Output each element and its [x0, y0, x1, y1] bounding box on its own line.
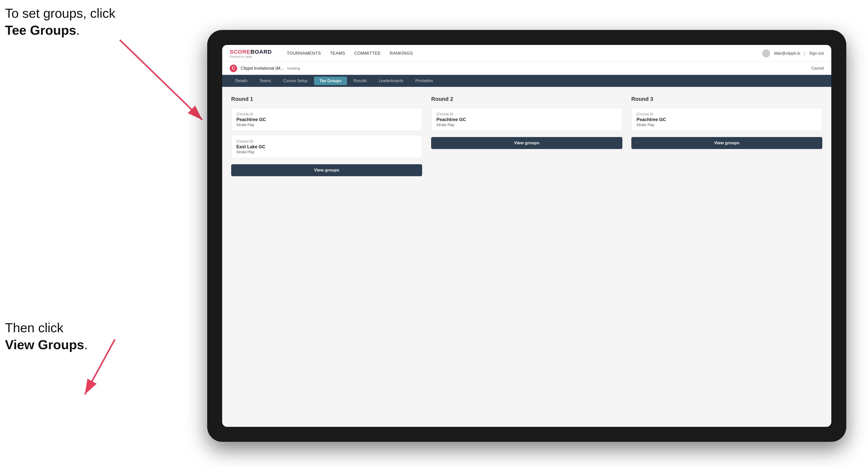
round-3-view-groups-button[interactable]: View groups — [631, 137, 822, 149]
round-1-view-groups-button[interactable]: View groups — [231, 164, 422, 176]
top-nav: SCOREBOARD Powered by clippit TOURNAMENT… — [222, 45, 831, 62]
tab-teams[interactable]: Teams — [254, 76, 277, 85]
instruction-bottom-line1: Then click — [5, 320, 63, 335]
instruction-top-period: . — [76, 23, 80, 37]
round-3-course-a-format: Stroke Play — [637, 123, 817, 127]
user-email: blair@clippit.io — [774, 51, 800, 56]
cancel-button[interactable]: Cancel — [811, 66, 824, 71]
tab-results[interactable]: Results — [348, 76, 372, 85]
user-avatar — [762, 50, 770, 57]
logo-area: SCOREBOARD Powered by clippit — [230, 49, 272, 58]
tournament-logo: C — [230, 65, 237, 72]
logo-text: SCOREBOARD — [230, 49, 272, 55]
tab-course-setup[interactable]: Course Setup — [278, 76, 313, 85]
logo-board: BOARD — [250, 49, 272, 55]
instruction-bottom-line2: View Groups — [5, 338, 84, 352]
round-1-course-a-card: (Course A) Peachtree GC Stroke Play — [231, 108, 422, 131]
rounds-grid: Round 1 (Course A) Peachtree GC Stroke P… — [231, 96, 822, 176]
nav-committee[interactable]: COMMITTEE — [354, 50, 381, 57]
tab-printables[interactable]: Printables — [410, 76, 439, 85]
round-1-column: Round 1 (Course A) Peachtree GC Stroke P… — [231, 96, 422, 176]
main-content: Round 1 (Course A) Peachtree GC Stroke P… — [222, 87, 831, 427]
round-3-column: Round 3 (Course A) Peachtree GC Stroke P… — [631, 96, 822, 176]
logo-sub: Powered by clippit — [230, 55, 272, 58]
sign-out-link[interactable]: Sign out — [809, 51, 824, 56]
tablet-screen: SCOREBOARD Powered by clippit TOURNAMENT… — [222, 45, 831, 427]
round-1-course-a-name: Peachtree GC — [237, 117, 417, 122]
instruction-top: To set groups, click Tee Groups. — [5, 5, 115, 39]
round-1-course-a-format: Stroke Play — [237, 123, 417, 127]
round-2-course-a-card: (Course A) Peachtree GC Stroke Play — [431, 108, 622, 131]
round-1-course-b-format: Stroke Play — [237, 150, 417, 154]
svg-line-3 — [85, 339, 115, 394]
round-1-course-b-card: (Course B) East Lake GC Stroke Play — [231, 135, 422, 158]
round-2-course-a-name: Peachtree GC — [436, 117, 617, 122]
round-1-course-a-label: (Course A) — [237, 112, 417, 116]
instruction-top-line1: To set groups, click — [5, 6, 115, 21]
instruction-top-line2: Tee Groups — [5, 23, 76, 37]
round-1-course-b-name: East Lake GC — [237, 144, 417, 150]
instruction-bottom: Then click View Groups. — [5, 319, 88, 353]
tablet: SCOREBOARD Powered by clippit TOURNAMENT… — [207, 30, 846, 442]
tournament-hosting: Hosting — [287, 66, 300, 70]
nav-tournaments[interactable]: TOURNAMENTS — [287, 50, 321, 57]
instruction-bottom-period: . — [84, 338, 88, 352]
tournament-name: Clippd Invitational (M... — [241, 66, 284, 71]
tabs-bar: Details Teams Course Setup Tee Groups Re… — [222, 75, 831, 87]
round-3-course-a-name: Peachtree GC — [637, 117, 817, 122]
nav-right: blair@clippit.io | Sign out — [762, 50, 824, 57]
arrow-top — [70, 25, 225, 132]
round-2-course-a-label: (Course A) — [436, 112, 617, 116]
round-2-title: Round 2 — [431, 96, 622, 102]
round-3-course-a-label: (Course A) — [637, 112, 817, 116]
round-1-course-b-label: (Course B) — [237, 139, 417, 143]
nav-rankings[interactable]: RANKINGS — [390, 50, 413, 57]
round-1-title: Round 1 — [231, 96, 422, 102]
round-2-column: Round 2 (Course A) Peachtree GC Stroke P… — [431, 96, 622, 176]
tab-tee-groups[interactable]: Tee Groups — [314, 76, 347, 85]
logo-score: SCORE — [230, 49, 250, 55]
svg-line-1 — [120, 40, 202, 120]
round-2-course-a-format: Stroke Play — [436, 123, 617, 127]
nav-links: TOURNAMENTS TEAMS COMMITTEE RANKINGS — [287, 50, 752, 57]
tab-leaderboards[interactable]: Leaderboards — [373, 76, 409, 85]
tournament-header: C Clippd Invitational (M... Hosting Canc… — [222, 62, 831, 75]
nav-teams[interactable]: TEAMS — [330, 50, 345, 57]
round-3-title: Round 3 — [631, 96, 822, 102]
round-3-course-a-card: (Course A) Peachtree GC Stroke Play — [631, 108, 822, 131]
tab-details[interactable]: Details — [230, 76, 253, 85]
round-2-view-groups-button[interactable]: View groups — [431, 137, 622, 149]
